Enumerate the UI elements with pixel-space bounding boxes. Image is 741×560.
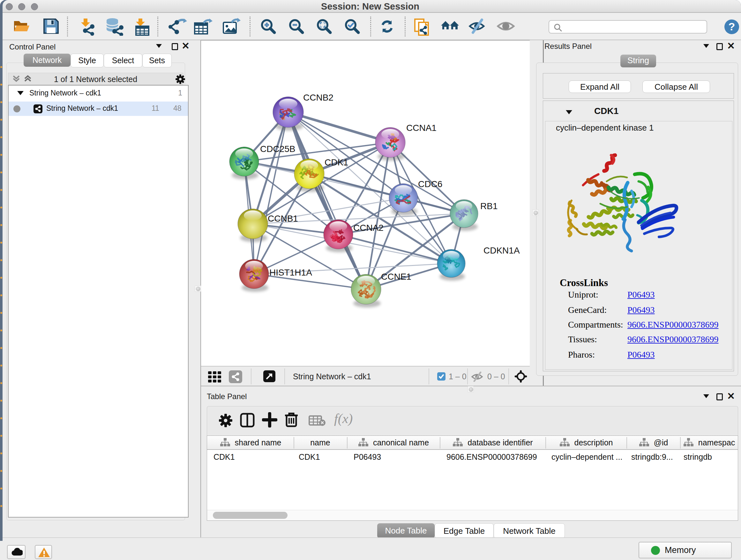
svg-text:CDKN1A: CDKN1A xyxy=(483,246,520,255)
svg-text:CCNE1: CCNE1 xyxy=(381,272,411,282)
svg-text:CCNB1: CCNB1 xyxy=(268,213,298,224)
svg-text:?: ? xyxy=(729,20,735,33)
svg-text:CCNA1: CCNA1 xyxy=(406,123,436,133)
svg-text:CDK1: CDK1 xyxy=(325,158,348,167)
svg-text:CCNB2: CCNB2 xyxy=(303,92,333,103)
svg-text:CDC25B: CDC25B xyxy=(260,144,295,154)
svg-text:CDC6: CDC6 xyxy=(418,179,442,189)
svg-text:CCNA2: CCNA2 xyxy=(353,223,384,233)
svg-text:HIST1H1A: HIST1H1A xyxy=(269,267,312,277)
svg-text:RB1: RB1 xyxy=(480,201,497,211)
